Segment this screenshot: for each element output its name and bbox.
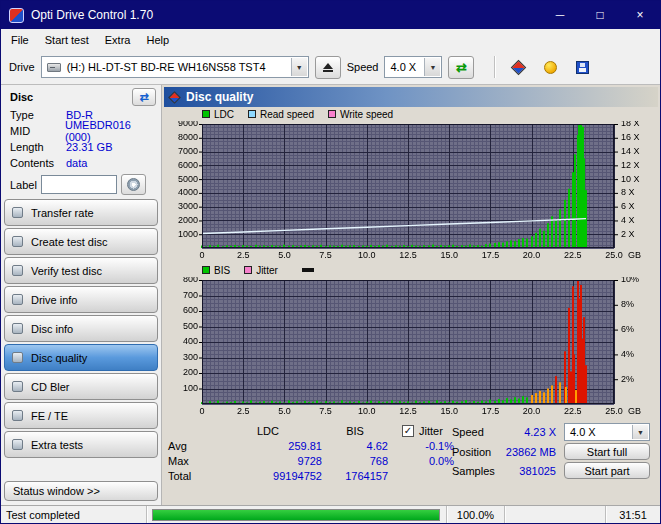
stats-corner	[168, 423, 214, 438]
max-row-label: Max	[168, 453, 214, 468]
elapsed-time: 31:51	[606, 506, 660, 523]
titlebar: Opti Drive Control 1.70 ─ □ ×	[1, 1, 660, 29]
jitter-checkbox-row: ✓ Jitter	[388, 423, 454, 438]
menu-start-test[interactable]: Start test	[37, 31, 97, 49]
drive-select[interactable]: (H:) HL-DT-ST BD-RE WH16NS58 TST4 ▼	[41, 56, 309, 78]
sidebar-item-label: FE / TE	[31, 410, 68, 422]
save-button[interactable]	[569, 56, 595, 79]
sidebar-item-label: Create test disc	[31, 236, 107, 248]
menu-file[interactable]: File	[3, 31, 37, 49]
legend-label: Jitter	[256, 265, 278, 276]
app-window: Opti Drive Control 1.70 ─ □ × File Start…	[0, 0, 661, 524]
report-button[interactable]	[537, 56, 563, 79]
speed-value: 4.0 X	[390, 61, 416, 73]
legend-jitter: Jitter	[244, 265, 278, 276]
maximize-button[interactable]: □	[580, 1, 620, 29]
disc-quality-shortcut-button[interactable]	[505, 56, 531, 79]
disc-contents-value[interactable]: data	[66, 157, 87, 169]
scan-speed-select[interactable]: 4.0 X ▼	[564, 423, 650, 441]
disc-quality-icon	[12, 352, 23, 363]
sidebar-item-label: Disc quality	[31, 352, 87, 364]
progress-segment	[147, 506, 447, 523]
bis-chart	[164, 277, 658, 419]
avg-row-label: Avg	[168, 438, 214, 453]
sidebar-item-verify-test-disc[interactable]: Verify test disc	[4, 257, 158, 284]
legend-bottom: BIS Jitter	[202, 263, 658, 277]
bis-swatch	[202, 266, 210, 274]
sidebar-item-disc-info[interactable]: Disc info	[4, 315, 158, 342]
disc-contents-label: Contents	[10, 157, 66, 169]
disc-info-icon	[12, 323, 23, 334]
label-input[interactable]	[41, 175, 117, 194]
statusbar-spacer	[505, 506, 606, 523]
disc-quality-panel: Disc quality LDC Read speed Write speed	[162, 85, 660, 505]
status-window-button[interactable]: Status window >>	[4, 481, 158, 501]
chevron-down-icon[interactable]: ▼	[291, 58, 307, 76]
sidebar-item-transfer-rate[interactable]: Transfer rate	[4, 199, 158, 226]
panel-header: Disc quality	[164, 87, 658, 107]
sidebar-item-fe-te[interactable]: FE / TE	[4, 402, 158, 429]
sidebar: Disc ⇄ Type BD-R MID UMEBDR016 (000) Len…	[1, 85, 162, 505]
start-full-button[interactable]: Start full	[564, 443, 650, 460]
bis-column-header: BIS	[322, 423, 388, 438]
drive-icon	[47, 63, 61, 72]
total-ldc-value: 99194752	[214, 468, 322, 483]
label-label: Label	[10, 179, 37, 191]
refresh-icon: ⇄	[139, 92, 148, 103]
eject-button[interactable]	[315, 56, 341, 79]
disc-type-label: Type	[10, 109, 66, 121]
statusbar: Test completed 100.0% 31:51	[1, 505, 660, 523]
main-area: Disc ⇄ Type BD-R MID UMEBDR016 (000) Len…	[1, 85, 660, 505]
sidebar-item-label: Disc info	[31, 323, 73, 335]
menu-extra[interactable]: Extra	[97, 31, 139, 49]
transfer-rate-icon	[12, 207, 23, 218]
max-jitter-value: 0.0%	[388, 453, 454, 468]
refresh-drive-button[interactable]: ⇄	[448, 56, 474, 79]
legend-label: LDC	[214, 109, 234, 120]
chevron-down-icon[interactable]: ▼	[424, 58, 440, 76]
disc-info-row: Length 23.31 GB	[4, 139, 158, 155]
jitter-checkbox[interactable]: ✓	[402, 425, 414, 437]
disc-mid-label: MID	[10, 125, 65, 137]
sidebar-item-create-test-disc[interactable]: Create test disc	[4, 228, 158, 255]
sidebar-item-label: Verify test disc	[31, 265, 102, 277]
start-part-button[interactable]: Start part	[564, 462, 650, 479]
drive-info-icon	[12, 294, 23, 305]
sidebar-item-extra-tests[interactable]: Extra tests	[4, 431, 158, 458]
close-button[interactable]: ×	[620, 1, 660, 29]
sidebar-item-label: Transfer rate	[31, 207, 94, 219]
menubar: File Start test Extra Help	[1, 29, 660, 50]
progress-fill	[153, 510, 439, 520]
drive-value: (H:) HL-DT-ST BD-RE WH16NS58 TST4	[67, 61, 266, 73]
legend-label: BIS	[214, 265, 230, 276]
position-row-label: Position	[452, 446, 502, 458]
refresh-disc-button[interactable]: ⇄	[132, 88, 156, 106]
total-bis-value: 1764157	[322, 468, 388, 483]
avg-jitter-value: -0.1%	[388, 438, 454, 453]
sidebar-item-drive-info[interactable]: Drive info	[4, 286, 158, 313]
ldc-chart	[164, 121, 658, 263]
menu-help[interactable]: Help	[138, 31, 177, 49]
sidebar-item-disc-quality[interactable]: Disc quality	[4, 344, 158, 371]
speed-label: Speed	[347, 61, 379, 73]
legend-label: Read speed	[260, 109, 314, 120]
speed-select[interactable]: 4.0 X ▼	[384, 56, 442, 78]
verify-test-disc-icon	[12, 265, 23, 276]
legend-ldc: LDC	[202, 109, 234, 120]
sidebar-item-label: Extra tests	[31, 439, 83, 451]
ldc-swatch	[202, 110, 210, 118]
minimize-button[interactable]: ─	[540, 1, 580, 29]
total-jitter-value	[388, 468, 454, 483]
samples-row-label: Samples	[452, 465, 502, 477]
sidebar-item-cd-bler[interactable]: CD Bler	[4, 373, 158, 400]
progress-bar	[152, 509, 440, 521]
legend-label: Write speed	[340, 109, 393, 120]
total-row-label: Total	[168, 468, 214, 483]
legend-top: LDC Read speed Write speed	[202, 107, 658, 121]
status-text: Test completed	[1, 506, 147, 523]
write-label-button[interactable]	[121, 174, 146, 195]
stats-table: LDC BIS ✓ Jitter Avg 259.81 4.62 -0.1% M…	[168, 423, 454, 483]
label-row: Label	[4, 171, 158, 198]
chevron-down-icon[interactable]: ▼	[632, 425, 648, 439]
max-bis-value: 768	[322, 453, 388, 468]
